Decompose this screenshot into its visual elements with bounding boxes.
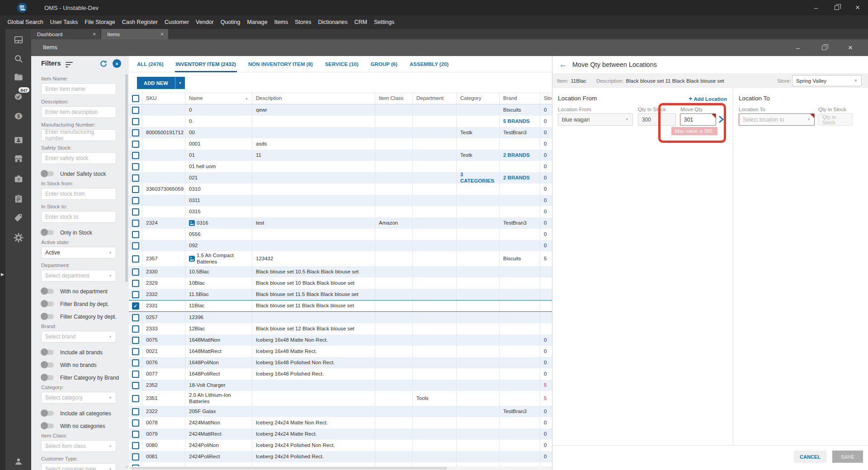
tab-service-10[interactable]: SERVICE (10) bbox=[325, 56, 359, 72]
row-checkbox[interactable] bbox=[129, 104, 142, 116]
menu-item-items[interactable]: Items bbox=[271, 15, 292, 29]
sidebar-user-icon[interactable] bbox=[5, 456, 31, 467]
table-row[interactable]: 23240316testAmazonTestBran30 bbox=[129, 217, 552, 229]
input-item-name[interactable]: Enter item name bbox=[41, 83, 116, 95]
minimize-icon[interactable]: – bbox=[785, 39, 811, 56]
horizontal-scrollbar-thumb[interactable] bbox=[131, 467, 447, 470]
sidebar-clipboard-icon[interactable] bbox=[5, 193, 31, 205]
workspace-tab-dashboard[interactable]: Dashboard× bbox=[31, 29, 100, 39]
table-row[interactable]: 0001asds0 bbox=[129, 138, 552, 150]
table-row[interactable]: 0920 bbox=[129, 240, 552, 251]
column-header-description[interactable]: Description bbox=[252, 93, 375, 104]
back-arrow-icon[interactable]: ← bbox=[559, 60, 567, 70]
table-row[interactable]: 0.5 BRANDS0 bbox=[129, 116, 552, 127]
store-select[interactable]: Spring Valley ▼ bbox=[792, 75, 862, 86]
table-row[interactable]: 2322205F GalaxTestBran30 bbox=[129, 406, 552, 417]
row-checkbox[interactable] bbox=[129, 406, 142, 417]
toggle-switch-icon[interactable] bbox=[41, 289, 54, 294]
input-description[interactable]: Enter item description bbox=[41, 106, 116, 118]
table-row[interactable]: 01 hell uom0 bbox=[129, 161, 552, 172]
toggle-only-in-stock[interactable]: Only in Stock bbox=[41, 227, 125, 238]
category-link[interactable]: 3 CATEGORIES bbox=[460, 172, 495, 183]
table-row[interactable]: 235218-Volt Charger5 bbox=[129, 380, 552, 391]
horizontal-scrollbar[interactable] bbox=[129, 466, 552, 470]
table-row[interactable]: 800050019171200TestkTestBran30 bbox=[129, 127, 552, 138]
input-in-stock-to[interactable]: Enter stock to bbox=[41, 211, 116, 223]
sidebar-cash-register-icon[interactable]: $ bbox=[5, 110, 31, 122]
sidebar-settings-icon[interactable] bbox=[5, 232, 31, 244]
menu-item-file-storage[interactable]: File Storage bbox=[81, 15, 118, 29]
input-in-stock-from[interactable]: Enter stock from bbox=[41, 188, 116, 200]
row-checkbox[interactable] bbox=[129, 195, 142, 206]
table-row[interactable]: 00751648MattNonIceberg 16x48 Matte Non R… bbox=[129, 334, 552, 346]
select-brand[interactable]: Select brand▼ bbox=[41, 331, 116, 343]
toggle-with-no-department[interactable]: With no department bbox=[41, 286, 125, 297]
row-checkbox[interactable] bbox=[129, 206, 142, 217]
row-checkbox[interactable] bbox=[129, 451, 142, 462]
row-checkbox[interactable] bbox=[129, 428, 142, 440]
table-row[interactable]: 03150 bbox=[129, 206, 552, 217]
column-header-name[interactable]: Name▲ bbox=[185, 93, 252, 104]
menu-item-stores[interactable]: Stores bbox=[292, 15, 315, 29]
select-category[interactable]: Select category▼ bbox=[41, 392, 116, 404]
row-checkbox[interactable] bbox=[129, 150, 142, 161]
refresh-icon[interactable] bbox=[99, 59, 108, 68]
toggle-switch-icon[interactable] bbox=[41, 230, 54, 235]
table-row[interactable]: 00802424PoliNonIceberg 24x24 Polished No… bbox=[129, 440, 552, 451]
toggle-with-no-brands[interactable]: With no brands bbox=[41, 359, 125, 371]
table-row[interactable]: 03110 bbox=[129, 195, 552, 206]
table-row[interactable]: 0213 CATEGORIES2 BRANDS0 bbox=[129, 172, 552, 183]
row-checkbox[interactable] bbox=[129, 229, 142, 240]
toggle-filter-category-by-dept[interactable]: Filter Category by dept. bbox=[41, 311, 125, 322]
row-checkbox[interactable] bbox=[129, 462, 142, 466]
row-checkbox[interactable] bbox=[129, 277, 142, 289]
row-checkbox[interactable] bbox=[129, 138, 142, 150]
table-row[interactable]: 336037306505903100 bbox=[129, 183, 552, 195]
table-row[interactable]: 00782424MattNonIceberg 24x24 Matte Non R… bbox=[129, 417, 552, 428]
row-checkbox[interactable] bbox=[129, 183, 142, 195]
add-new-button[interactable]: ADD NEW bbox=[137, 77, 175, 89]
save-button[interactable]: SAVE bbox=[832, 451, 863, 463]
expand-arrow-icon[interactable]: ▶ bbox=[1, 272, 4, 277]
toggle-switch-icon[interactable] bbox=[41, 411, 54, 416]
close-icon[interactable]: × bbox=[140, 31, 164, 38]
tab-non-inventory-item-8[interactable]: NON INVENTORY ITEM (8) bbox=[248, 56, 313, 72]
add-new-dropdown-icon[interactable]: ▼ bbox=[175, 77, 185, 89]
close-icon[interactable]: × bbox=[847, 0, 868, 15]
panel-collapse-strip[interactable]: ▶ bbox=[0, 29, 5, 470]
sidebar-customer-icon[interactable] bbox=[5, 134, 31, 146]
toggle-switch-icon[interactable] bbox=[41, 171, 54, 176]
brand-link[interactable]: 2 BRANDS bbox=[503, 175, 530, 181]
toggle-under-safety-stock[interactable]: Under Safety stock bbox=[41, 168, 125, 179]
toggle-switch-icon[interactable] bbox=[41, 423, 54, 428]
restore-icon[interactable] bbox=[811, 39, 837, 56]
select-all-checkbox[interactable] bbox=[129, 93, 142, 104]
input-manufacturing-number[interactable]: Enter manufacturing number bbox=[41, 129, 116, 141]
close-icon[interactable]: × bbox=[72, 31, 96, 38]
row-checkbox[interactable] bbox=[129, 368, 142, 380]
table-row[interactable]: 233010.5BlacBlack blouse set 10.5 Black … bbox=[129, 266, 552, 277]
toggle-filter-category-by-brand[interactable]: Filter Category by Brand bbox=[41, 372, 125, 383]
menu-item-crm[interactable]: CRM bbox=[351, 15, 370, 29]
table-row[interactable]: ✓233111BlacBlack blouse set 11 Black Bla… bbox=[129, 300, 552, 312]
qty-in-stock-to-input[interactable]: Qty in Stock bbox=[818, 113, 853, 126]
menu-item-manage[interactable]: Manage bbox=[244, 15, 271, 29]
sidebar-store-icon[interactable] bbox=[5, 153, 31, 164]
select-customer-type[interactable]: Select customer type▼ bbox=[41, 463, 116, 470]
toggle-switch-icon[interactable] bbox=[41, 350, 54, 355]
row-checkbox[interactable] bbox=[129, 312, 142, 323]
row-checkbox[interactable] bbox=[129, 357, 142, 368]
table-row[interactable]: 00771648PoliRectIceberg 16x48 Polished R… bbox=[129, 368, 552, 380]
table-row[interactable]: 025712396 bbox=[129, 312, 552, 323]
select-active-state[interactable]: Active▼ bbox=[41, 247, 116, 258]
sidebar-tasks-icon[interactable]: 847 bbox=[5, 90, 31, 102]
clear-filters-icon[interactable]: × bbox=[113, 59, 121, 68]
row-checkbox[interactable] bbox=[129, 161, 142, 172]
toggle-switch-icon[interactable] bbox=[41, 301, 54, 306]
sidebar-unknown-item-icon[interactable]: ? bbox=[5, 173, 31, 185]
sidebar-tag-icon[interactable] bbox=[5, 212, 31, 224]
brand-link[interactable]: 2 BRANDS bbox=[503, 152, 530, 158]
filters-scrollbar[interactable] bbox=[125, 74, 128, 282]
menu-item-settings[interactable]: Settings bbox=[371, 15, 398, 29]
row-checkbox[interactable]: ✓ bbox=[129, 301, 142, 311]
